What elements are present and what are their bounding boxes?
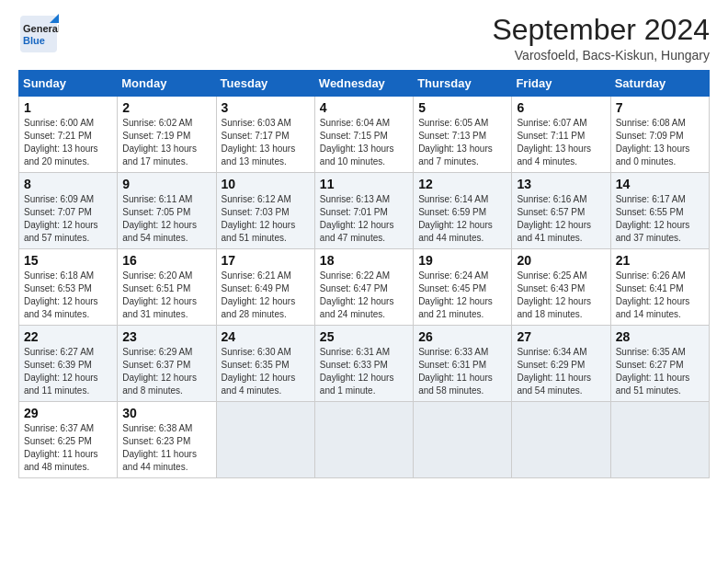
calendar-cell [610, 402, 709, 478]
day-info: Sunrise: 6:13 AM Sunset: 7:01 PM Dayligh… [320, 193, 408, 245]
day-info: Sunrise: 6:33 AM Sunset: 6:31 PM Dayligh… [418, 346, 506, 397]
day-number: 15 [24, 253, 112, 268]
day-info: Sunrise: 6:17 AM Sunset: 6:55 PM Dayligh… [616, 193, 704, 245]
day-info: Sunrise: 6:29 AM Sunset: 6:37 PM Dayligh… [122, 346, 210, 397]
day-number: 8 [24, 177, 112, 191]
day-number: 23 [122, 329, 210, 344]
logo: General Blue [18, 14, 59, 54]
weekday-header-monday: Monday [118, 71, 216, 97]
calendar-cell: 4Sunrise: 6:04 AM Sunset: 7:15 PM Daylig… [314, 97, 413, 173]
day-info: Sunrise: 6:16 AM Sunset: 6:57 PM Dayligh… [517, 193, 605, 245]
calendar-cell: 6Sunrise: 6:07 AM Sunset: 7:11 PM Daylig… [512, 97, 610, 173]
svg-text:Blue: Blue [23, 35, 45, 46]
day-info: Sunrise: 6:25 AM Sunset: 6:43 PM Dayligh… [517, 270, 605, 321]
header: General Blue September 2024 Varosfoeld, … [18, 14, 710, 63]
day-info: Sunrise: 6:08 AM Sunset: 7:09 PM Dayligh… [616, 117, 704, 168]
weekday-header-sunday: Sunday [19, 71, 118, 97]
day-info: Sunrise: 6:14 AM Sunset: 6:59 PM Dayligh… [418, 193, 506, 245]
calendar-cell: 28Sunrise: 6:35 AM Sunset: 6:27 PM Dayli… [610, 326, 709, 402]
day-info: Sunrise: 6:09 AM Sunset: 7:07 PM Dayligh… [24, 193, 112, 245]
calendar-cell: 24Sunrise: 6:30 AM Sunset: 6:35 PM Dayli… [216, 326, 314, 402]
calendar-cell: 14Sunrise: 6:17 AM Sunset: 6:55 PM Dayli… [610, 173, 709, 249]
day-number: 2 [122, 100, 210, 115]
calendar-cell: 18Sunrise: 6:22 AM Sunset: 6:47 PM Dayli… [314, 249, 413, 326]
day-info: Sunrise: 6:04 AM Sunset: 7:15 PM Dayligh… [320, 117, 408, 168]
weekday-header-wednesday: Wednesday [314, 71, 413, 97]
day-number: 7 [616, 100, 704, 115]
day-number: 13 [517, 177, 605, 191]
weekday-header-friday: Friday [512, 71, 610, 97]
day-info: Sunrise: 6:20 AM Sunset: 6:51 PM Dayligh… [122, 270, 210, 321]
day-number: 27 [517, 329, 605, 344]
svg-text:General: General [23, 23, 59, 34]
day-number: 9 [122, 177, 210, 191]
calendar-cell: 26Sunrise: 6:33 AM Sunset: 6:31 PM Dayli… [414, 326, 512, 402]
calendar-cell [512, 402, 610, 478]
day-number: 28 [616, 329, 704, 344]
day-info: Sunrise: 6:11 AM Sunset: 7:05 PM Dayligh… [122, 193, 210, 245]
day-info: Sunrise: 6:38 AM Sunset: 6:23 PM Dayligh… [122, 422, 210, 474]
day-info: Sunrise: 6:24 AM Sunset: 6:45 PM Dayligh… [418, 270, 506, 321]
calendar-cell: 20Sunrise: 6:25 AM Sunset: 6:43 PM Dayli… [512, 249, 610, 326]
calendar-week-2: 8Sunrise: 6:09 AM Sunset: 7:07 PM Daylig… [19, 173, 710, 249]
weekday-header-row: SundayMondayTuesdayWednesdayThursdayFrid… [19, 71, 710, 97]
day-info: Sunrise: 6:00 AM Sunset: 7:21 PM Dayligh… [24, 117, 112, 168]
day-number: 5 [418, 100, 506, 115]
day-number: 6 [517, 100, 605, 115]
title-block: September 2024 Varosfoeld, Bacs-Kiskun, … [492, 14, 710, 63]
day-info: Sunrise: 6:26 AM Sunset: 6:41 PM Dayligh… [616, 270, 704, 321]
calendar-week-3: 15Sunrise: 6:18 AM Sunset: 6:53 PM Dayli… [19, 249, 710, 326]
calendar-cell: 9Sunrise: 6:11 AM Sunset: 7:05 PM Daylig… [118, 173, 216, 249]
calendar-body: 1Sunrise: 6:00 AM Sunset: 7:21 PM Daylig… [19, 97, 710, 478]
day-number: 19 [418, 253, 506, 268]
day-number: 21 [616, 253, 704, 268]
calendar-cell: 21Sunrise: 6:26 AM Sunset: 6:41 PM Dayli… [610, 249, 709, 326]
calendar-week-1: 1Sunrise: 6:00 AM Sunset: 7:21 PM Daylig… [19, 97, 710, 173]
weekday-header-tuesday: Tuesday [216, 71, 314, 97]
calendar-cell [314, 402, 413, 478]
calendar-table: SundayMondayTuesdayWednesdayThursdayFrid… [18, 70, 710, 478]
day-info: Sunrise: 6:31 AM Sunset: 6:33 PM Dayligh… [320, 346, 408, 397]
calendar-cell: 7Sunrise: 6:08 AM Sunset: 7:09 PM Daylig… [610, 97, 709, 173]
day-info: Sunrise: 6:12 AM Sunset: 7:03 PM Dayligh… [222, 193, 310, 245]
day-number: 18 [320, 253, 408, 268]
location: Varosfoeld, Bacs-Kiskun, Hungary [492, 48, 710, 63]
day-number: 4 [320, 100, 408, 115]
calendar-week-5: 29Sunrise: 6:37 AM Sunset: 6:25 PM Dayli… [19, 402, 710, 478]
calendar-week-4: 22Sunrise: 6:27 AM Sunset: 6:39 PM Dayli… [19, 326, 710, 402]
day-info: Sunrise: 6:34 AM Sunset: 6:29 PM Dayligh… [517, 346, 605, 397]
day-info: Sunrise: 6:03 AM Sunset: 7:17 PM Dayligh… [222, 117, 310, 168]
day-number: 30 [122, 406, 210, 420]
day-info: Sunrise: 6:35 AM Sunset: 6:27 PM Dayligh… [616, 346, 704, 397]
calendar-cell: 12Sunrise: 6:14 AM Sunset: 6:59 PM Dayli… [414, 173, 512, 249]
calendar-cell [414, 402, 512, 478]
day-info: Sunrise: 6:05 AM Sunset: 7:13 PM Dayligh… [418, 117, 506, 168]
logo-icon: General Blue [18, 14, 59, 54]
calendar-cell: 25Sunrise: 6:31 AM Sunset: 6:33 PM Dayli… [314, 326, 413, 402]
page: General Blue September 2024 Varosfoeld, … [0, 0, 728, 563]
calendar-cell: 11Sunrise: 6:13 AM Sunset: 7:01 PM Dayli… [314, 173, 413, 249]
calendar-cell: 5Sunrise: 6:05 AM Sunset: 7:13 PM Daylig… [414, 97, 512, 173]
day-number: 14 [616, 177, 704, 191]
day-info: Sunrise: 6:07 AM Sunset: 7:11 PM Dayligh… [517, 117, 605, 168]
day-number: 25 [320, 329, 408, 344]
calendar-cell: 16Sunrise: 6:20 AM Sunset: 6:51 PM Dayli… [118, 249, 216, 326]
calendar-cell: 30Sunrise: 6:38 AM Sunset: 6:23 PM Dayli… [118, 402, 216, 478]
calendar-header: SundayMondayTuesdayWednesdayThursdayFrid… [19, 71, 710, 97]
day-number: 1 [24, 100, 112, 115]
calendar-cell: 17Sunrise: 6:21 AM Sunset: 6:49 PM Dayli… [216, 249, 314, 326]
day-info: Sunrise: 6:30 AM Sunset: 6:35 PM Dayligh… [222, 346, 310, 397]
calendar-cell: 22Sunrise: 6:27 AM Sunset: 6:39 PM Dayli… [19, 326, 118, 402]
month-title: September 2024 [492, 14, 710, 46]
day-number: 12 [418, 177, 506, 191]
day-info: Sunrise: 6:02 AM Sunset: 7:19 PM Dayligh… [122, 117, 210, 168]
day-info: Sunrise: 6:21 AM Sunset: 6:49 PM Dayligh… [222, 270, 310, 321]
day-number: 20 [517, 253, 605, 268]
day-number: 3 [222, 100, 310, 115]
day-number: 10 [222, 177, 310, 191]
weekday-header-thursday: Thursday [414, 71, 512, 97]
calendar-cell: 10Sunrise: 6:12 AM Sunset: 7:03 PM Dayli… [216, 173, 314, 249]
calendar-cell: 29Sunrise: 6:37 AM Sunset: 6:25 PM Dayli… [19, 402, 118, 478]
day-info: Sunrise: 6:27 AM Sunset: 6:39 PM Dayligh… [24, 346, 112, 397]
day-info: Sunrise: 6:37 AM Sunset: 6:25 PM Dayligh… [24, 422, 112, 474]
